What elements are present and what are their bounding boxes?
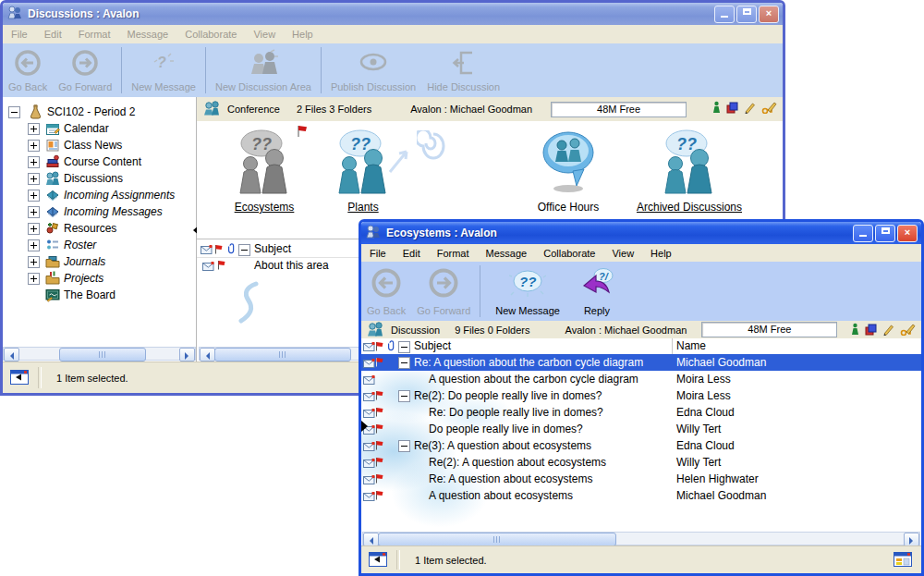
menu-collaborate[interactable]: Collaborate bbox=[535, 248, 603, 259]
splitter-collapse-arrow[interactable] bbox=[361, 421, 373, 432]
tree-item-course-content[interactable]: Course Content bbox=[3, 153, 196, 170]
menu-help[interactable]: Help bbox=[284, 29, 322, 40]
minimize-button[interactable] bbox=[714, 6, 735, 23]
tree-item-incoming-messages[interactable]: Incoming Messages bbox=[3, 203, 196, 220]
scroll-left-icon[interactable] bbox=[4, 348, 19, 362]
menu-file[interactable]: File bbox=[3, 29, 36, 40]
tree-item-resources[interactable]: Resources bbox=[3, 220, 196, 237]
tree-horizontal-scrollbar[interactable] bbox=[3, 347, 196, 361]
toolbar-separator bbox=[480, 265, 480, 317]
people-icon bbox=[248, 49, 279, 79]
expand-box[interactable] bbox=[28, 206, 40, 218]
expand-box[interactable] bbox=[28, 223, 40, 235]
scrollbar-thumb[interactable] bbox=[214, 348, 351, 362]
go-forward-button[interactable]: Go Forward bbox=[411, 262, 476, 321]
tree-item-incoming-assignments[interactable]: Incoming Assignments bbox=[3, 187, 196, 203]
tree-item-class-news[interactable]: Class News bbox=[3, 137, 196, 153]
svg-text:??: ?? bbox=[350, 135, 371, 153]
table-row[interactable]: Re(3): A question about ecosystems Edna … bbox=[361, 437, 921, 454]
menu-format[interactable]: Format bbox=[429, 248, 478, 259]
collapse-all-box[interactable] bbox=[238, 244, 250, 256]
paperclip-icon bbox=[386, 340, 395, 355]
table-row[interactable]: A question about the carbon cycle diagra… bbox=[361, 371, 921, 387]
menu-collaborate[interactable]: Collaborate bbox=[176, 29, 245, 40]
menu-format[interactable]: Format bbox=[70, 29, 119, 40]
column-divider[interactable] bbox=[672, 338, 673, 354]
tree-item-the-board[interactable]: The Board bbox=[3, 287, 196, 303]
maximize-button[interactable] bbox=[875, 225, 895, 242]
table-row[interactable]: Re: A question about the carbon cycle di… bbox=[361, 354, 921, 371]
menu-message[interactable]: Message bbox=[119, 29, 177, 40]
scroll-right-icon[interactable] bbox=[179, 348, 195, 362]
go-forward-button[interactable]: Go Forward bbox=[53, 43, 117, 97]
thread-collapse-box[interactable] bbox=[398, 440, 410, 452]
expand-box[interactable] bbox=[28, 140, 40, 152]
menu-view[interactable]: View bbox=[603, 248, 642, 259]
collapse-all-box[interactable] bbox=[398, 341, 410, 353]
collapse-box[interactable] bbox=[8, 106, 20, 118]
expand-box[interactable] bbox=[28, 256, 40, 268]
menu-file[interactable]: File bbox=[361, 248, 395, 259]
thread-collapse-box[interactable] bbox=[398, 390, 410, 402]
table-row[interactable]: Re: A question about ecosystems Helen Hi… bbox=[361, 471, 921, 487]
close-icon[interactable]: × bbox=[759, 6, 779, 23]
menu-message[interactable]: Message bbox=[478, 248, 536, 259]
envelope-icon bbox=[202, 261, 214, 274]
expand-box[interactable] bbox=[28, 273, 40, 285]
scroll-left-icon[interactable] bbox=[363, 533, 379, 546]
tree-item-root[interactable]: SCI102 - Period 2 bbox=[3, 104, 196, 120]
scrollbar-thumb[interactable] bbox=[378, 533, 616, 546]
item-office-hours[interactable]: Office Hours bbox=[522, 127, 614, 214]
reply-button[interactable]: ?/ Reply bbox=[573, 262, 621, 321]
new-discussion-area-button[interactable]: New Discussion Area bbox=[210, 43, 317, 97]
item-plants[interactable]: ?? Plants bbox=[326, 127, 400, 214]
message-list-header[interactable]: Subject Name bbox=[361, 338, 921, 355]
expand-box[interactable] bbox=[28, 239, 40, 251]
new-message-button[interactable]: ? New Message bbox=[126, 43, 201, 97]
menu-view[interactable]: View bbox=[245, 29, 284, 40]
window1-titlebar[interactable]: Discussions : Avalon × bbox=[3, 3, 783, 25]
expand-box[interactable] bbox=[28, 190, 40, 202]
message-horizontal-scrollbar[interactable] bbox=[362, 532, 920, 545]
expand-box[interactable] bbox=[28, 156, 40, 168]
scroll-left-icon[interactable] bbox=[200, 348, 215, 362]
expand-box[interactable] bbox=[28, 173, 40, 185]
tree-item-roster[interactable]: Roster bbox=[3, 237, 196, 253]
menu-edit[interactable]: Edit bbox=[36, 29, 70, 40]
publish-discussion-button[interactable]: Publish Discussion bbox=[325, 43, 421, 97]
scroll-right-icon[interactable] bbox=[904, 533, 919, 546]
table-row[interactable]: A question about ecosystems Michael Good… bbox=[361, 487, 921, 504]
chalkboard-icon bbox=[45, 288, 60, 305]
go-back-button[interactable]: Go Back bbox=[361, 262, 411, 321]
panel-toggle-icon[interactable] bbox=[369, 552, 387, 569]
table-row[interactable]: Re(2): A question about ecosystems Willy… bbox=[361, 454, 921, 471]
svg-text:?: ? bbox=[157, 55, 166, 70]
menu-help[interactable]: Help bbox=[642, 248, 680, 259]
menu-edit[interactable]: Edit bbox=[395, 248, 429, 259]
tree-item-journals[interactable]: Journals bbox=[3, 253, 196, 270]
table-row[interactable]: Re: Do people really live in domes? Edna… bbox=[361, 404, 921, 421]
new-message-icon: ? bbox=[150, 49, 177, 79]
tree-item-projects[interactable]: Projects bbox=[3, 270, 196, 287]
tree-item-discussions[interactable]: Discussions bbox=[3, 170, 196, 187]
close-icon[interactable]: × bbox=[897, 225, 918, 242]
paperclip-icon bbox=[226, 243, 235, 258]
item-archived-discussions[interactable]: ?? Archived Discussions bbox=[620, 127, 759, 214]
tree-item-calendar[interactable]: Calendar bbox=[3, 120, 196, 137]
maximize-button[interactable] bbox=[736, 6, 757, 23]
scrollbar-thumb[interactable] bbox=[59, 348, 146, 362]
item-ecosystems[interactable]: ?? Ecosystems bbox=[213, 127, 315, 214]
thread-collapse-box[interactable] bbox=[398, 357, 410, 369]
table-row[interactable]: Do people really live in domes? Willy Te… bbox=[361, 421, 921, 437]
table-row[interactable]: Re(2): Do people really live in domes? M… bbox=[361, 387, 921, 404]
go-back-button[interactable]: Go Back bbox=[3, 43, 53, 97]
hide-discussion-button[interactable]: Hide Discussion bbox=[421, 43, 505, 97]
window2-titlebar[interactable]: Ecosystems : Avalon × bbox=[361, 222, 921, 244]
expand-box[interactable] bbox=[28, 123, 40, 135]
svg-text:??: ?? bbox=[519, 274, 536, 289]
summary-panel-icon[interactable] bbox=[894, 552, 912, 569]
panel-toggle-icon[interactable] bbox=[10, 370, 29, 386]
flag-icon bbox=[375, 407, 383, 420]
new-message-button[interactable]: ?? New Message bbox=[490, 262, 565, 321]
minimize-button[interactable] bbox=[853, 225, 873, 242]
